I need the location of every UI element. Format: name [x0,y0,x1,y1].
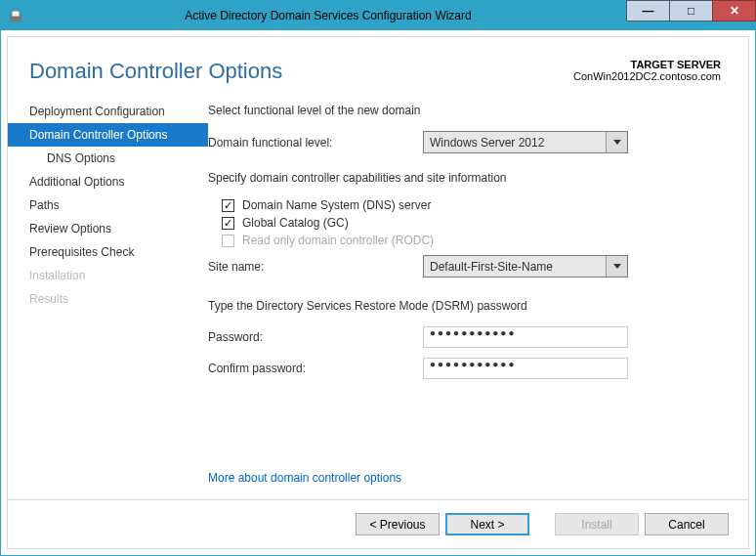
svg-rect-1 [12,11,20,17]
step-deployment-configuration[interactable]: Deployment Configuration [8,100,208,123]
wizard-footer: < Previous Next > Install Cancel [8,499,748,548]
target-server-block: TARGET SERVER ConWin2012DC2.contoso.com [573,59,721,82]
wizard-steps-sidebar: Deployment Configuration Domain Controll… [8,96,208,499]
window-title: Active Directory Domain Services Configu… [30,9,626,22]
previous-button[interactable]: < Previous [356,513,440,535]
step-domain-controller-options[interactable]: Domain Controller Options [8,123,208,147]
capabilities-heading: Specify domain controller capabilities a… [208,171,721,185]
chevron-down-icon [606,256,627,277]
wizard-window: Active Directory Domain Services Configu… [0,0,756,556]
functional-level-heading: Select functional level of the new domai… [208,104,721,117]
global-catalog-checkbox[interactable] [222,217,234,230]
confirm-password-input[interactable]: ●●●●●●●●●●● [423,358,628,379]
minimize-button[interactable]: — [626,0,670,21]
domain-functional-level-value: Windows Server 2012 [424,136,606,150]
rodc-checkbox-label: Read only domain controller (RODC) [242,234,434,247]
next-button[interactable]: Next > [445,513,529,535]
rodc-checkbox [222,235,234,247]
window-controls: — □ ✕ [626,1,755,30]
step-prerequisites-check[interactable]: Prerequisites Check [8,240,208,264]
password-label: Password: [208,330,423,344]
more-info-link[interactable]: More about domain controller options [208,471,401,485]
target-server-label: TARGET SERVER [573,59,721,70]
dns-server-checkbox-label: Domain Name System (DNS) server [242,198,431,212]
target-server-name: ConWin2012DC2.contoso.com [573,70,721,82]
step-dns-options[interactable]: DNS Options [8,147,208,170]
maximize-button[interactable]: □ [669,0,713,21]
cancel-button[interactable]: Cancel [645,513,729,535]
domain-functional-level-dropdown[interactable]: Windows Server 2012 [423,131,628,153]
titlebar[interactable]: Active Directory Domain Services Configu… [1,1,755,30]
step-results: Results [8,287,208,311]
system-menu-icon[interactable] [1,9,30,22]
close-button[interactable]: ✕ [712,0,756,21]
install-button: Install [555,513,639,535]
step-additional-options[interactable]: Additional Options [8,170,208,193]
step-paths[interactable]: Paths [8,193,208,217]
dsrm-heading: Type the Directory Services Restore Mode… [208,299,721,313]
svg-rect-0 [10,17,21,21]
site-name-dropdown[interactable]: Default-First-Site-Name [423,255,628,278]
step-review-options[interactable]: Review Options [8,217,208,240]
domain-functional-level-label: Domain functional level: [208,136,423,150]
chevron-down-icon [606,132,627,152]
global-catalog-checkbox-label: Global Catalog (GC) [242,216,349,230]
dns-server-checkbox[interactable] [222,199,234,212]
header: Domain Controller Options TARGET SERVER … [8,37,748,96]
main-panel: Select functional level of the new domai… [208,96,748,499]
site-name-value: Default-First-Site-Name [424,260,606,274]
site-name-label: Site name: [208,260,423,274]
step-installation: Installation [8,264,208,287]
page-title: Domain Controller Options [29,59,282,84]
confirm-password-label: Confirm password: [208,362,423,375]
password-input[interactable]: ●●●●●●●●●●● [423,326,628,348]
